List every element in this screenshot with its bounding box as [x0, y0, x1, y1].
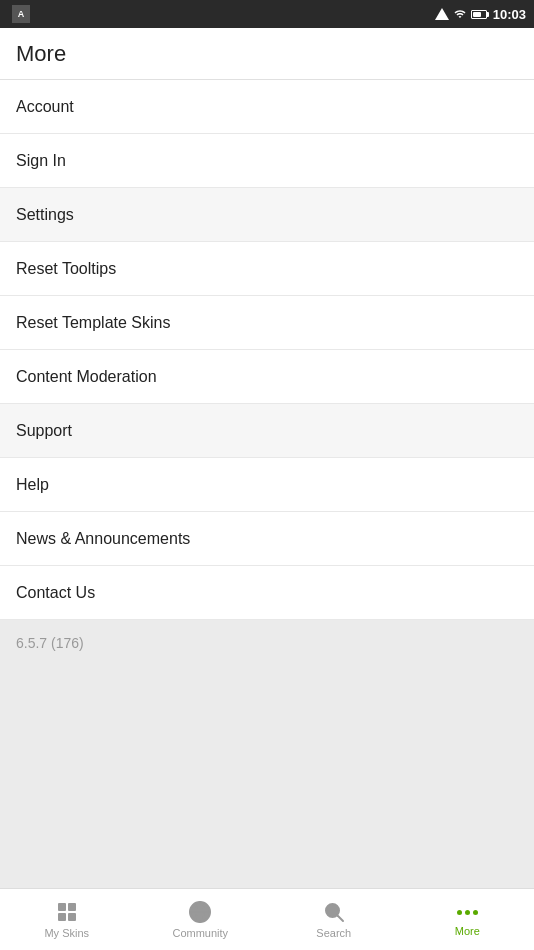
menu-item-help[interactable]: Help [0, 458, 534, 512]
menu-item-label-sign-in: Sign In [16, 152, 66, 170]
page-title: More [16, 41, 66, 67]
bottom-nav: My Skins Community Search More [0, 888, 534, 950]
nav-label-my-skins: My Skins [44, 927, 89, 939]
svg-rect-1 [58, 903, 66, 911]
nav-item-my-skins[interactable]: My Skins [0, 889, 134, 950]
nav-label-search: Search [316, 927, 351, 939]
menu-item-reset-tooltips[interactable]: Reset Tooltips [0, 242, 534, 296]
menu-item-label-news-announcements: News & Announcements [16, 530, 190, 548]
menu-item-support[interactable]: Support [0, 404, 534, 458]
signal-icon [435, 8, 449, 20]
menu-item-contact-us[interactable]: Contact Us [0, 566, 534, 620]
version-area: 6.5.7 (176) [0, 620, 534, 888]
menu-item-label-contact-us: Contact Us [16, 584, 95, 602]
menu-item-settings[interactable]: Settings [0, 188, 534, 242]
version-text: 6.5.7 (176) [16, 635, 84, 651]
more-icon [455, 902, 479, 922]
battery-icon [471, 10, 489, 19]
menu-item-label-help: Help [16, 476, 49, 494]
page-header: More [0, 28, 534, 80]
menu-item-label-support: Support [16, 422, 72, 440]
app-icon: A [12, 5, 30, 23]
status-bar-left: A [12, 5, 30, 23]
community-icon [188, 900, 212, 924]
svg-rect-4 [68, 913, 76, 921]
menu-item-account[interactable]: Account [0, 80, 534, 134]
svg-marker-0 [435, 8, 449, 20]
menu-item-label-account: Account [16, 98, 74, 116]
nav-item-more[interactable]: More [401, 889, 535, 950]
menu-item-news-announcements[interactable]: News & Announcements [0, 512, 534, 566]
nav-label-community: Community [172, 927, 228, 939]
nav-item-community[interactable]: Community [134, 889, 268, 950]
svg-rect-3 [58, 913, 66, 921]
svg-rect-2 [68, 903, 76, 911]
menu-item-label-content-moderation: Content Moderation [16, 368, 157, 386]
nav-label-more: More [455, 925, 480, 937]
menu-item-label-reset-tooltips: Reset Tooltips [16, 260, 116, 278]
menu-item-content-moderation[interactable]: Content Moderation [0, 350, 534, 404]
search-icon [322, 900, 346, 924]
nav-item-search[interactable]: Search [267, 889, 401, 950]
wifi-icon [453, 8, 467, 20]
menu-item-label-reset-template-skins: Reset Template Skins [16, 314, 170, 332]
status-time: 10:03 [493, 7, 526, 22]
status-bar-right: 10:03 [435, 7, 526, 22]
status-bar: A 10:03 [0, 0, 534, 28]
svg-line-9 [337, 916, 343, 922]
menu-item-reset-template-skins[interactable]: Reset Template Skins [0, 296, 534, 350]
my-skins-icon [55, 900, 79, 924]
menu-item-sign-in[interactable]: Sign In [0, 134, 534, 188]
menu-list: AccountSign InSettingsReset TooltipsRese… [0, 80, 534, 620]
menu-item-label-settings: Settings [16, 206, 74, 224]
